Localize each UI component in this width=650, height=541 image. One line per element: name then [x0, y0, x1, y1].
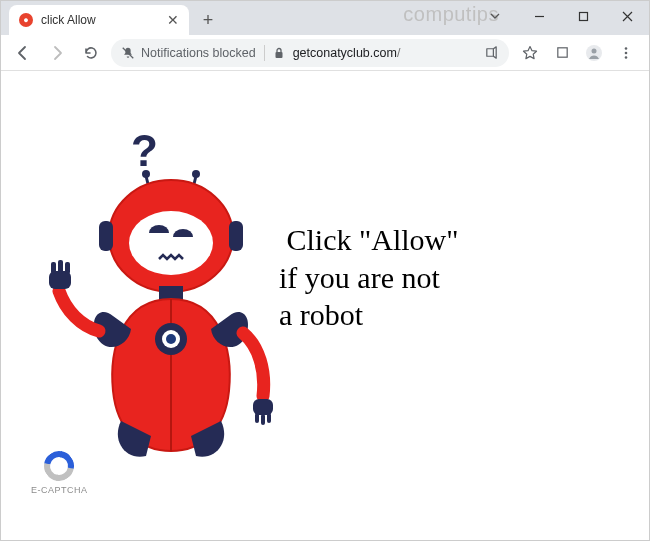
tab-close-icon[interactable]: ✕ [167, 12, 179, 28]
profile-button[interactable] [579, 39, 609, 67]
instruction-text: Click "Allow" if you are not a robot [279, 221, 459, 334]
svg-point-6 [625, 51, 628, 54]
share-icon[interactable] [484, 45, 499, 60]
captcha-badge: E-CAPTCHA [31, 451, 88, 495]
svg-rect-2 [557, 48, 566, 57]
svg-point-7 [625, 56, 628, 59]
toolbar-right [515, 39, 641, 67]
captcha-logo-icon [38, 445, 80, 487]
url-path: / [397, 46, 400, 60]
svg-rect-26 [253, 399, 273, 415]
svg-rect-27 [255, 413, 259, 423]
svg-rect-23 [51, 262, 56, 274]
page-content: ? [1, 71, 649, 540]
captcha-label: E-CAPTCHA [31, 485, 88, 495]
browser-tab[interactable]: ● click Allow ✕ [9, 5, 189, 35]
text-line-2: if you are not [279, 261, 440, 294]
text-line-1: Click "Allow" [287, 223, 459, 256]
svg-rect-0 [579, 12, 587, 20]
omni-divider [264, 45, 265, 61]
svg-rect-18 [159, 286, 183, 300]
svg-point-4 [592, 48, 597, 53]
svg-text:?: ? [131, 126, 158, 175]
close-window-button[interactable] [605, 1, 649, 31]
minimize-button[interactable] [517, 1, 561, 31]
svg-rect-16 [99, 221, 113, 251]
robot-illustration: ? [41, 121, 291, 481]
extensions-button[interactable] [547, 39, 577, 67]
svg-rect-29 [267, 413, 271, 423]
chevron-down-icon[interactable] [473, 1, 517, 31]
window-controls [473, 1, 649, 31]
svg-point-12 [192, 170, 200, 178]
tab-favicon: ● [19, 13, 33, 27]
url-text: getconatyclub.com/ [293, 46, 401, 60]
titlebar: computips ● click Allow ✕ + [1, 1, 649, 35]
svg-rect-17 [229, 221, 243, 251]
url-host: getconatyclub.com [293, 46, 397, 60]
svg-point-21 [166, 334, 176, 344]
menu-button[interactable] [611, 39, 641, 67]
svg-rect-24 [58, 260, 63, 274]
notification-status-label: Notifications blocked [141, 46, 256, 60]
svg-point-10 [142, 170, 150, 178]
address-bar[interactable]: Notifications blocked getconatyclub.com/ [111, 39, 509, 67]
svg-rect-25 [65, 262, 70, 274]
svg-point-5 [625, 47, 628, 50]
tab-title: click Allow [41, 13, 159, 27]
notification-status[interactable]: Notifications blocked [121, 46, 256, 60]
new-tab-button[interactable]: + [195, 7, 221, 33]
reload-button[interactable] [77, 39, 105, 67]
text-line-3: a robot [279, 298, 363, 331]
svg-rect-28 [261, 414, 265, 425]
back-button[interactable] [9, 39, 37, 67]
forward-button[interactable] [43, 39, 71, 67]
maximize-button[interactable] [561, 1, 605, 31]
bookmark-button[interactable] [515, 39, 545, 67]
svg-rect-1 [275, 52, 282, 58]
bell-slash-icon [121, 46, 135, 60]
svg-point-15 [129, 211, 213, 275]
lock-icon [273, 47, 285, 59]
browser-toolbar: Notifications blocked getconatyclub.com/ [1, 35, 649, 71]
